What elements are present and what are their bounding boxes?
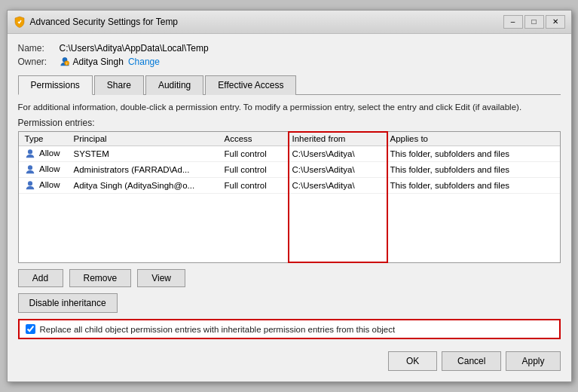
svg-point-5 xyxy=(27,181,32,185)
row1-principal: SYSTEM xyxy=(68,146,219,162)
view-button[interactable]: View xyxy=(137,269,185,287)
permission-table-container[interactable]: Type Principal Access Inherited from App… xyxy=(18,131,561,263)
dialog-content: Name: C:\Users\Aditya\AppData\Local\Temp… xyxy=(8,34,571,381)
replace-checkbox[interactable] xyxy=(26,324,35,334)
row2-type: Allow xyxy=(19,162,68,178)
row1-applies: This folder, subfolders and files xyxy=(384,146,560,162)
main-window: Advanced Security Settings for Temp – □ … xyxy=(7,10,572,382)
window-icon xyxy=(14,16,26,28)
tab-permissions[interactable]: Permissions xyxy=(18,75,93,95)
name-row: Name: C:\Users\Aditya\AppData\Local\Temp xyxy=(18,43,561,54)
disable-inheritance-wrapper: Disable inheritance xyxy=(18,293,561,319)
col-principal: Principal xyxy=(68,132,219,146)
svg-point-3 xyxy=(27,149,32,154)
apply-button[interactable]: Apply xyxy=(506,351,560,371)
cancel-button[interactable]: Cancel xyxy=(442,351,501,371)
tabs-container: Permissions Share Auditing Effective Acc… xyxy=(18,75,561,95)
permission-table: Type Principal Access Inherited from App… xyxy=(19,132,560,194)
row1-type: Allow xyxy=(19,146,68,162)
tab-effective-access[interactable]: Effective Access xyxy=(205,75,296,95)
row1-inherited: C:\Users\Aditya\ xyxy=(286,146,384,162)
row3-inherited: C:\Users\Aditya\ xyxy=(286,178,384,194)
user-icon xyxy=(25,164,35,175)
row2-applies: This folder, subfolders and files xyxy=(384,162,560,178)
owner-value: Aditya Singh xyxy=(73,57,124,67)
owner-icon: ! xyxy=(60,57,70,67)
section-label: Permission entries: xyxy=(18,118,561,128)
col-applies-to: Applies to xyxy=(384,132,560,146)
close-button[interactable]: ✕ xyxy=(546,15,565,29)
svg-point-4 xyxy=(27,165,32,170)
col-access: Access xyxy=(219,132,286,146)
owner-row: Owner: ! Aditya Singh Change xyxy=(18,57,561,67)
col-type: Type xyxy=(19,132,68,146)
title-bar-left: Advanced Security Settings for Temp xyxy=(14,16,179,28)
row1-access: Full control xyxy=(219,146,286,162)
row3-access: Full control xyxy=(219,178,286,194)
permission-table-wrapper: Type Principal Access Inherited from App… xyxy=(18,131,561,263)
row2-inherited: C:\Users\Aditya\ xyxy=(286,162,384,178)
ok-button[interactable]: OK xyxy=(388,351,437,371)
add-button[interactable]: Add xyxy=(18,269,63,287)
name-label: Name: xyxy=(18,43,60,54)
row2-access: Full control xyxy=(219,162,286,178)
change-link[interactable]: Change xyxy=(128,57,160,67)
tab-share[interactable]: Share xyxy=(94,75,144,95)
table-row[interactable]: Allow Aditya Singh (AdityaSingh@o... Ful… xyxy=(19,178,560,194)
action-buttons: Add Remove View xyxy=(18,269,561,287)
table-row[interactable]: Allow Administrators (FARRAD\Ad... Full … xyxy=(19,162,560,178)
description-text: For additional information, double-click… xyxy=(18,101,561,113)
title-controls: – □ ✕ xyxy=(503,15,565,29)
user-icon xyxy=(25,149,35,159)
tab-auditing[interactable]: Auditing xyxy=(145,75,203,95)
replace-checkbox-row: Replace all child object permission entr… xyxy=(18,319,561,339)
col-inherited-from: Inherited from xyxy=(286,132,384,146)
minimize-button[interactable]: – xyxy=(503,15,523,29)
owner-label: Owner: xyxy=(18,57,60,67)
replace-checkbox-label: Replace all child object permission entr… xyxy=(40,325,396,334)
table-row[interactable]: Allow SYSTEM Full control C:\Users\Adity… xyxy=(19,146,560,162)
row2-principal: Administrators (FARRAD\Ad... xyxy=(68,162,219,178)
name-value: C:\Users\Aditya\AppData\Local\Temp xyxy=(60,43,209,54)
maximize-button[interactable]: □ xyxy=(524,15,544,29)
disable-inheritance-button[interactable]: Disable inheritance xyxy=(18,293,118,313)
row3-principal: Aditya Singh (AdityaSingh@o... xyxy=(68,178,219,194)
window-title: Advanced Security Settings for Temp xyxy=(30,17,179,27)
remove-button[interactable]: Remove xyxy=(69,269,132,287)
row3-applies: This folder, subfolders and files xyxy=(384,178,560,194)
row3-type: Allow xyxy=(19,178,68,194)
title-bar: Advanced Security Settings for Temp – □ … xyxy=(8,11,571,34)
user-icon xyxy=(25,180,35,191)
bottom-buttons: OK Cancel Apply xyxy=(18,347,561,372)
